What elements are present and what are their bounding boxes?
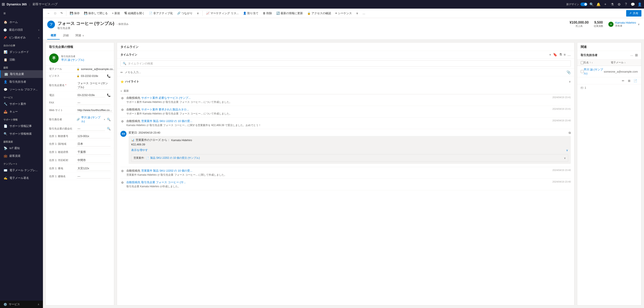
save-close-button[interactable]: 💾 保存して閉じる: [82, 10, 110, 17]
memo-input[interactable]: [125, 71, 565, 74]
sidebar-bottom-service[interactable]: ⚙️ サービス ∧: [0, 301, 43, 308]
sidebar-item-assets[interactable]: 💼 顧客資産: [0, 152, 43, 160]
parent-company-value[interactable]: ---: [77, 127, 105, 131]
chat-icon[interactable]: 💬: [630, 2, 636, 7]
kh-copy-icon[interactable]: ⧉: [569, 131, 571, 135]
add-icon[interactable]: +: [603, 2, 608, 7]
sidebar-item-home[interactable]: 🏠 ホーム: [0, 18, 43, 26]
highlight-header[interactable]: ⭐ ハイライト ∨: [120, 78, 571, 85]
tab-summary[interactable]: 概要: [47, 32, 60, 40]
phone-field-icon[interactable]: 📞: [107, 93, 110, 97]
website-value[interactable]: http://www.fourthcoffee.co...: [77, 108, 113, 112]
tab-related[interactable]: 関連 ∨: [72, 32, 87, 40]
sidebar-item-email-sig[interactable]: ✍️ 電子メール署名: [0, 174, 43, 182]
sidebar-menu-button[interactable]: ≡: [0, 9, 43, 18]
sequence-more-button[interactable]: ∨: [354, 10, 360, 16]
forward-button[interactable]: ↷: [58, 10, 64, 16]
postal-value[interactable]: 123-001x: [77, 134, 110, 138]
tab-detail[interactable]: 詳細: [60, 32, 72, 40]
prefecture-value[interactable]: 千葉県: [77, 150, 110, 155]
fax-value[interactable]: ---: [77, 101, 110, 105]
timeline-item-1-link[interactable]: サポート案件 必要なサービス (サンプ...: [141, 96, 190, 99]
sidebar-item-recent[interactable]: 🕐 最近の項目 ∨: [0, 26, 43, 34]
attach-icon[interactable]: 📎: [566, 70, 571, 74]
sidebar-item-account[interactable]: 🏢 取引先企業: [0, 70, 43, 78]
access-check-button[interactable]: 🔒 アクセスの確認: [306, 10, 333, 17]
country-value[interactable]: 日本: [77, 142, 110, 146]
help-icon[interactable]: ?: [624, 2, 628, 7]
address-value[interactable]: 大宮122x: [77, 166, 110, 171]
phone-value[interactable]: 03-2232-019x: [77, 93, 105, 97]
notification-icon[interactable]: 🔔: [596, 2, 601, 7]
apps-icon[interactable]: ⊞: [2, 2, 5, 7]
sidebar-item-support[interactable]: 🔧 サポート案件: [0, 100, 43, 108]
delete-button[interactable]: 🗑 削除: [261, 10, 274, 17]
user-icon[interactable]: 👤: [637, 2, 642, 7]
contact-person-remove[interactable]: ×: [104, 118, 105, 121]
filter-timeline-icon[interactable]: ⚗: [559, 53, 562, 57]
row-1-name[interactable]: 早川 諭 (サンプル): [584, 68, 604, 75]
sidebar-item-contact[interactable]: 👤 取引先担当者: [0, 78, 43, 86]
related-grid-icon[interactable]: ⊞: [635, 53, 638, 57]
sequence-button[interactable]: ≡ シーケンス: [334, 10, 354, 17]
row-1-checkbox[interactable]: [581, 70, 584, 73]
kh-sub-link[interactable]: 製品 SKU JJ202 の 10 個の受注 (サンプル): [150, 156, 200, 160]
row-add-icon[interactable]: ⊞: [626, 78, 632, 83]
share-button[interactable]: ↗ 共有: [626, 10, 642, 17]
timeline-item-2-link[interactable]: サポート案件 要求された製品カタロ...: [141, 108, 189, 111]
contact-person-link[interactable]: 早川 諭 (サンプル): [81, 116, 102, 123]
back-button[interactable]: ←: [46, 10, 52, 16]
expand-more-button[interactable]: 表示を増やす ∨: [131, 147, 568, 153]
sidebar-item-dashboard[interactable]: 📊 ダッシュボード: [0, 48, 43, 56]
marketing-button[interactable]: 📈 マーケティング リス...: [204, 10, 240, 17]
sidebar-item-support-search[interactable]: 🔍 サポート情報検索: [0, 130, 43, 138]
list-view-icon[interactable]: ≡: [564, 53, 566, 57]
more-options-button[interactable]: …: [361, 10, 367, 16]
col-name[interactable]: 氏名 ↑ ↕: [584, 61, 611, 65]
sidebar-item-activity[interactable]: 📋 活動: [0, 56, 43, 64]
timeline-search-input[interactable]: [128, 62, 568, 65]
timeline-group-latest[interactable]: ∨ 最新: [120, 88, 571, 94]
owner-name[interactable]: Kamata Hidehiro: [615, 21, 636, 24]
assign-button[interactable]: 👤 割り当て: [241, 10, 260, 17]
add-timeline-icon[interactable]: +: [549, 53, 551, 57]
phone-action-icon[interactable]: 📞: [107, 74, 110, 78]
settings-icon[interactable]: ⚙: [616, 2, 622, 7]
sidebar-item-queue[interactable]: 📥 キュー: [0, 108, 43, 116]
connect-button[interactable]: 🔗 つながり: [176, 10, 194, 17]
connect-more-button[interactable]: ∨: [195, 10, 201, 16]
related-more-icon[interactable]: …: [630, 53, 633, 57]
parent-search-icon[interactable]: 🔍: [107, 127, 110, 130]
contact-search-icon[interactable]: 🔍: [107, 118, 110, 121]
new-design-toggle[interactable]: [580, 3, 587, 6]
row-detail-icon[interactable]: 📄: [632, 78, 638, 83]
org-chart-button[interactable]: 🏗 組織図を開く: [122, 10, 146, 17]
kh-sub-expand[interactable]: ∨: [564, 157, 566, 160]
owner-expand-icon[interactable]: ∨: [638, 23, 640, 26]
timeline-item-3-link[interactable]: 営業案件 製品 SKU JJ202 の 10 個の受...: [141, 119, 192, 123]
sidebar-item-iot[interactable]: 📡 IoT 通知: [0, 144, 43, 152]
timeline-item-5-link[interactable]: 自動投稿先 取引先企業 フォース コーヒー (サ...: [126, 181, 186, 184]
row-edit-icon[interactable]: ✏: [620, 78, 626, 83]
bookmark-icon[interactable]: 🔖: [553, 53, 557, 57]
kh-actor-link[interactable]: Kamata Hidehiro: [171, 139, 192, 142]
sidebar-item-social[interactable]: 💬 ソーシャル プロファ...: [0, 86, 43, 93]
save-button[interactable]: 💾 保存: [68, 10, 81, 17]
breadcrumb-button[interactable]: □: [52, 10, 58, 16]
sidebar-item-support-article[interactable]: 📄 サポート情報記事: [0, 122, 43, 130]
search-icon[interactable]: 🔍: [589, 2, 594, 7]
company-name-value[interactable]: フォース コーヒー (サンプル): [77, 81, 110, 90]
city-value[interactable]: 中間市: [77, 158, 110, 163]
sidebar-item-email-template[interactable]: ✉️ 電子メール テンプレ...: [0, 166, 43, 174]
new-button[interactable]: + 新規: [110, 10, 122, 17]
timeline-more-icon[interactable]: …: [567, 53, 571, 57]
filter-icon[interactable]: ⚗: [610, 2, 615, 7]
sidebar-item-pinned[interactable]: 📌 ピン留めずみ ∨: [0, 34, 43, 42]
contact-name-link[interactable]: 早川 諭 (サンプル): [61, 58, 110, 62]
select-all-checkbox[interactable]: [581, 61, 584, 64]
building-value[interactable]: ---: [77, 174, 110, 178]
inactive-button[interactable]: 📄 非アクティブ化: [147, 10, 174, 17]
timeline-item-4-link[interactable]: 営業案件 製品 SKU JJ202 の 10 個の受...: [141, 169, 192, 172]
refresh-button[interactable]: 🔄 最新の情報に更新: [274, 10, 304, 17]
col-email[interactable]: 電子メール ↕: [611, 61, 638, 65]
